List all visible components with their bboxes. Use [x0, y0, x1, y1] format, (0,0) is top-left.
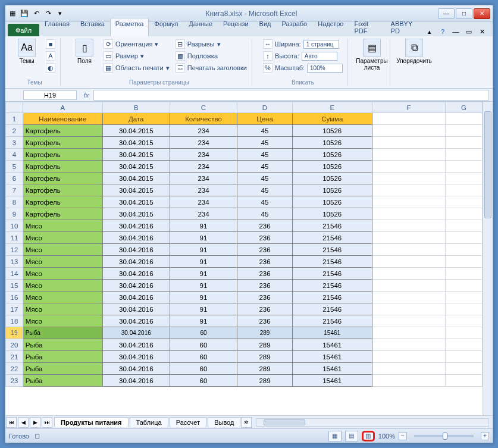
cell[interactable]: 30.04.2016 — [102, 327, 170, 339]
cell[interactable]: 91 — [170, 220, 237, 232]
cell[interactable]: 21546 — [292, 280, 372, 292]
sheet-tab[interactable]: Продукты питания — [54, 417, 129, 427]
cell[interactable]: 60 — [170, 327, 237, 339]
theme-colors[interactable]: ■ — [45, 39, 57, 49]
breaks-button[interactable]: ⊟Разрывы ▾ — [174, 39, 248, 49]
cell[interactable]: Рыба — [23, 327, 102, 339]
cell[interactable]: 91 — [170, 280, 237, 292]
save-icon[interactable]: 💾 — [20, 9, 29, 18]
cell[interactable]: 10526 — [292, 137, 372, 149]
cell[interactable] — [372, 232, 446, 244]
row-header[interactable]: 13 — [6, 256, 23, 268]
cell[interactable] — [372, 256, 446, 268]
cell[interactable]: 234 — [170, 184, 237, 196]
row-header[interactable]: 3 — [6, 137, 23, 149]
cell[interactable] — [446, 375, 483, 387]
row-header[interactable]: 12 — [6, 244, 23, 256]
cell[interactable]: 234 — [170, 196, 237, 208]
redo-icon[interactable]: ↷ — [43, 9, 53, 18]
cell[interactable]: 236 — [237, 220, 293, 232]
child-min-icon[interactable]: — — [451, 27, 461, 36]
qat-dropdown-icon[interactable]: ▾ — [55, 9, 65, 18]
cell[interactable]: 21546 — [292, 268, 372, 280]
col-header[interactable]: G — [446, 102, 483, 113]
maximize-button[interactable]: □ — [456, 8, 472, 19]
cell[interactable]: 236 — [237, 292, 293, 303]
cell[interactable]: 30.04.2016 — [102, 268, 170, 280]
tab-ABBYY PD[interactable]: ABBYY PD — [386, 18, 425, 36]
cell[interactable] — [446, 232, 483, 244]
cell[interactable] — [372, 351, 446, 363]
orientation-button[interactable]: ⟳Ориентация ▾ — [102, 39, 171, 49]
cell[interactable]: 30.04.2015 — [102, 125, 170, 137]
col-header[interactable]: C — [170, 102, 237, 113]
col-header[interactable]: F — [372, 102, 446, 113]
row-header[interactable]: 8 — [6, 196, 23, 208]
print-titles-button[interactable]: ☲Печатать заголовки — [174, 62, 248, 73]
cell[interactable]: 45 — [237, 137, 293, 149]
cell[interactable]: Картофель — [23, 125, 102, 137]
themes-button[interactable]: Aa Темы — [12, 39, 41, 64]
cell[interactable]: Мясо — [23, 220, 102, 232]
row-header[interactable]: 11 — [6, 232, 23, 244]
grid[interactable]: ABCDEFG1НаименованиеДатаКоличествоЦенаСу… — [5, 102, 483, 415]
cell[interactable] — [446, 161, 483, 173]
minimize-ribbon-icon[interactable]: ▴ — [425, 27, 434, 36]
formula-input[interactable] — [93, 90, 489, 101]
theme-fonts[interactable]: A — [45, 51, 57, 61]
cell[interactable]: Рыба — [23, 363, 102, 375]
cell[interactable]: 45 — [237, 208, 293, 220]
tab-Вид[interactable]: Вид — [254, 18, 277, 36]
cell[interactable]: Мясо — [23, 232, 102, 244]
cell[interactable]: 10526 — [292, 208, 372, 220]
row-header[interactable]: 19 — [6, 327, 23, 339]
cell[interactable]: 91 — [170, 268, 237, 280]
cell[interactable] — [446, 280, 483, 292]
row-header[interactable]: 2 — [6, 125, 23, 137]
cell[interactable]: 236 — [237, 256, 293, 268]
row-header[interactable]: 16 — [6, 292, 23, 303]
cell[interactable] — [446, 220, 483, 232]
cell[interactable]: Картофель — [23, 184, 102, 196]
cell[interactable]: Наименование — [23, 113, 102, 125]
cell[interactable]: 236 — [237, 268, 293, 280]
cell[interactable] — [446, 149, 483, 161]
cell[interactable] — [446, 268, 483, 280]
cell[interactable] — [446, 184, 483, 196]
cell[interactable]: 21546 — [292, 232, 372, 244]
zoom-out-button[interactable]: − — [399, 432, 407, 440]
zoom-in-button[interactable]: + — [481, 432, 489, 440]
cell[interactable]: 10526 — [292, 196, 372, 208]
cell[interactable]: 234 — [170, 173, 237, 184]
cell[interactable]: 10526 — [292, 125, 372, 137]
cell[interactable]: 30.04.2015 — [102, 137, 170, 149]
row-header[interactable]: 23 — [6, 375, 23, 387]
cell[interactable]: 60 — [170, 363, 237, 375]
cell[interactable]: 45 — [237, 196, 293, 208]
cell[interactable]: 91 — [170, 315, 237, 327]
cell[interactable] — [446, 363, 483, 375]
cell[interactable]: 91 — [170, 256, 237, 268]
row-header[interactable]: 20 — [6, 339, 23, 351]
cell[interactable]: Сумма — [292, 113, 372, 125]
cell[interactable]: 236 — [237, 244, 293, 256]
cell[interactable]: 21546 — [292, 315, 372, 327]
cell[interactable]: Мясо — [23, 303, 102, 315]
cell[interactable]: 234 — [170, 149, 237, 161]
background-button[interactable]: ▩Подложка — [174, 51, 248, 61]
cell[interactable]: 30.04.2016 — [102, 315, 170, 327]
cell[interactable]: Картофель — [23, 137, 102, 149]
cell[interactable]: 45 — [237, 125, 293, 137]
tab-Надстро[interactable]: Надстро — [312, 18, 349, 36]
cell[interactable]: 30.04.2016 — [102, 363, 170, 375]
sheet-tab[interactable]: Таблица — [130, 417, 168, 427]
cell[interactable]: 15461 — [292, 339, 372, 351]
cell[interactable]: 21546 — [292, 244, 372, 256]
cell[interactable]: 91 — [170, 244, 237, 256]
name-box[interactable]: H19 — [23, 90, 77, 100]
cell[interactable] — [446, 351, 483, 363]
cell[interactable]: 91 — [170, 232, 237, 244]
cell[interactable]: 15461 — [292, 363, 372, 375]
fit-height[interactable]: ↕Высота: Авто — [262, 51, 344, 61]
cell[interactable]: Картофель — [23, 208, 102, 220]
